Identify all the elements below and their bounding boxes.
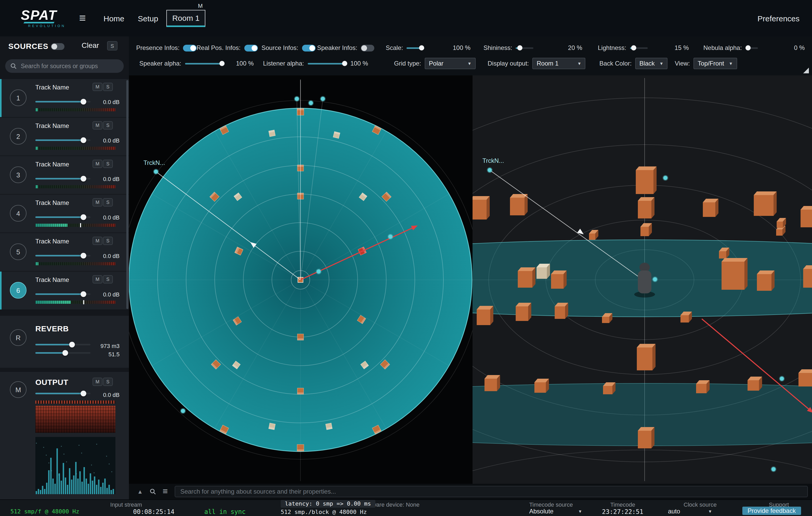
track-volume-slider[interactable] [35, 214, 90, 220]
toolbar-collapse-icon[interactable] [803, 67, 809, 73]
preferences-button[interactable]: Preferences [757, 14, 800, 23]
track-solo-button[interactable]: S [103, 275, 113, 283]
search-options-icon[interactable]: ≡ [163, 486, 168, 497]
track-row[interactable]: 2 Track Name M S 0.0 dB [0, 117, 129, 156]
track-number[interactable]: 4 [10, 205, 27, 222]
sources-toggle[interactable] [51, 43, 64, 50]
speaker-box[interactable] [754, 191, 777, 216]
speaker-box[interactable] [636, 166, 657, 194]
track-number[interactable]: 5 [10, 243, 27, 260]
track-solo-button[interactable]: S [103, 121, 113, 130]
track-solo-button[interactable]: S [103, 160, 113, 168]
track-number[interactable]: 2 [10, 128, 27, 144]
speaker-box[interactable] [518, 267, 535, 288]
listener-alpha-slider[interactable] [308, 61, 346, 66]
speaker-box[interactable] [722, 258, 748, 290]
speaker-box[interactable] [696, 380, 709, 393]
track-mute-button[interactable]: M [92, 160, 103, 168]
back-color-select[interactable]: Black▼ [635, 58, 668, 69]
output-badge[interactable]: M [10, 381, 27, 398]
reverb-size-slider[interactable] [35, 342, 90, 348]
tab-setup[interactable]: Setup [133, 11, 163, 26]
speaker-box[interactable] [799, 369, 812, 386]
track-volume-slider[interactable] [35, 176, 90, 182]
track-number[interactable]: 3 [10, 166, 27, 183]
speaker-box[interactable] [297, 388, 303, 394]
source-dot[interactable] [321, 97, 325, 101]
source-dot[interactable] [154, 169, 158, 174]
speaker-box[interactable] [536, 264, 550, 279]
track-mute-button[interactable]: M [92, 121, 103, 130]
speaker-box[interactable] [555, 303, 568, 319]
source-dot[interactable] [317, 269, 321, 274]
speaker-box[interactable] [748, 377, 762, 391]
nebula-alpha-slider[interactable] [746, 45, 758, 51]
speaker-box[interactable] [516, 303, 531, 321]
track-row[interactable]: 4 Track Name M S 0.0 dB [0, 194, 129, 233]
speaker-box[interactable] [472, 196, 490, 219]
tab-room-1[interactable]: M Room 1 [167, 10, 205, 27]
track-number[interactable]: 1 [10, 89, 27, 106]
track-solo-button[interactable]: S [103, 198, 113, 207]
command-search-input[interactable] [175, 486, 808, 497]
real-pos-infos-toggle[interactable] [244, 45, 258, 51]
speaker-box[interactable] [297, 334, 303, 340]
speaker-box[interactable] [638, 427, 655, 449]
speaker-box[interactable] [703, 199, 719, 217]
track-volume-slider[interactable] [35, 291, 90, 297]
clear-sources-button[interactable]: Clear [82, 41, 99, 49]
speaker-infos-toggle[interactable] [361, 45, 375, 51]
speaker-box[interactable] [680, 311, 692, 323]
solo-all-button[interactable]: S [107, 41, 117, 51]
speaker-box[interactable] [534, 379, 549, 393]
source-dot[interactable] [181, 409, 185, 413]
source-dot[interactable] [772, 467, 776, 471]
speaker-box[interactable] [803, 265, 812, 288]
view-select[interactable]: Top/Front▼ [694, 58, 737, 69]
display-output-select[interactable]: Room 1▼ [532, 58, 586, 69]
source-dot[interactable] [309, 101, 313, 105]
speaker-box[interactable] [757, 270, 775, 291]
listener[interactable] [638, 263, 651, 293]
grid-type-select[interactable]: Polar▼ [425, 58, 476, 69]
speaker-box[interactable] [510, 194, 528, 215]
track-mute-button[interactable]: M [92, 83, 103, 91]
track-row[interactable]: 1 Track Name M S 0.0 dB [0, 79, 129, 117]
tab-home[interactable]: Home [98, 11, 129, 26]
source-dot[interactable] [663, 176, 667, 180]
track-volume-slider[interactable] [35, 137, 90, 143]
speaker-box[interactable] [551, 270, 567, 289]
lightness-slider[interactable] [630, 45, 647, 51]
sources-search[interactable] [5, 59, 124, 73]
shininess-slider[interactable] [516, 45, 533, 51]
speaker-box[interactable] [326, 423, 332, 430]
front-view-3d[interactable]: TrckN... [472, 75, 812, 484]
presence-infos-toggle[interactable] [183, 45, 197, 51]
clock-source-select[interactable]: auto [668, 508, 680, 515]
source-dot[interactable] [388, 235, 393, 239]
source-dot[interactable] [295, 97, 299, 101]
track-solo-button[interactable]: S [103, 83, 113, 91]
speaker-box[interactable] [297, 444, 304, 451]
track-row[interactable]: 6 Track Name M S 0.0 dB [0, 272, 129, 310]
source-infos-toggle[interactable] [302, 45, 315, 51]
output-volume-slider[interactable] [35, 391, 90, 396]
track-row[interactable]: 5 Track Name M S 0.0 dB [0, 233, 129, 272]
reverb-decay-slider[interactable] [35, 350, 90, 356]
speaker-box[interactable] [269, 423, 276, 430]
timecode-source-select[interactable]: Absolute [529, 508, 553, 515]
collapse-up-icon[interactable]: ▲ [137, 488, 143, 495]
track-volume-slider[interactable] [35, 99, 90, 105]
source-dot[interactable] [653, 277, 657, 281]
track-volume-slider[interactable] [35, 253, 90, 259]
speaker-box[interactable] [333, 132, 340, 139]
provide-feedback-button[interactable]: Provide feedback [742, 507, 801, 515]
scale-slider[interactable] [407, 45, 425, 51]
speaker-box[interactable] [477, 306, 493, 325]
speaker-box[interactable] [269, 130, 276, 137]
track-mute-button[interactable]: M [92, 237, 103, 245]
track-list-scrollbar[interactable] [126, 80, 128, 309]
track-mute-button[interactable]: M [92, 198, 103, 207]
speaker-box[interactable] [801, 206, 812, 227]
speaker-box[interactable] [485, 375, 500, 391]
